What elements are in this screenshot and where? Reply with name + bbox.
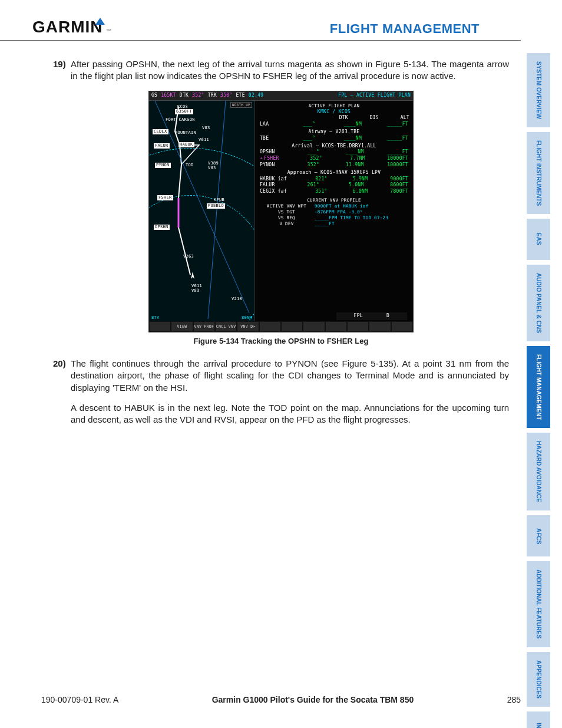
flight-plan-subheader: Arrival – KCOS-TBE.DBRY1.ALL (259, 143, 409, 150)
softkey[interactable] (281, 321, 303, 332)
vnv-row: VS REQ_____FPM TIME TO TOD 07:23 (259, 215, 409, 221)
tab-flight-management[interactable]: FLIGHT MANAGEMENT (527, 346, 550, 429)
tab-additional-features[interactable]: ADDITIONAL FEATURES (527, 561, 550, 647)
tab-index[interactable]: INDEX (527, 711, 550, 728)
footer-docid: 190-00709-01 Rev. A (41, 695, 118, 704)
vnv-rows: ACTIVE VNV WPT9000FT at HABUK iafVS TGT-… (259, 203, 409, 228)
flight-plan-panel: ACTIVE FLIGHT PLAN KMKC / KCOS DTK DIS A… (255, 101, 413, 322)
gs-label: GS (151, 93, 157, 99)
softkey[interactable] (325, 321, 347, 332)
svg-marker-2 (191, 272, 194, 279)
softkey[interactable] (149, 321, 171, 332)
svg-line-1 (155, 101, 249, 313)
map-label: MOUNTAIN (175, 130, 196, 136)
softkey-vnv-d[interactable]: VNV D> (237, 321, 259, 332)
vnv-row: ACTIVE VNV WPT9000FT at HABUK iaf (259, 203, 409, 209)
status-strip: FPL D (336, 312, 407, 320)
mfd-map: NORTH UP 87V (149, 101, 255, 322)
tab-flight-instruments[interactable]: FLIGHT INSTRUMENTS (527, 132, 550, 214)
map-label: PUEBLO (207, 203, 225, 209)
status-fpl: FPL (354, 313, 363, 319)
col-alt: ALT (385, 115, 409, 121)
map-label: TOD (186, 163, 194, 168)
ete-label: ETE (236, 93, 244, 99)
vnv-title: CURRENT VNV PROFILE (259, 197, 409, 203)
tab-eas[interactable]: EAS (527, 219, 550, 260)
mfd-softkeys: VIEW VNV PROF CNCL VNV VNV D> (149, 321, 413, 332)
box-title: ACTIVE FLIGHT PLAN (259, 103, 409, 109)
softkey[interactable] (369, 321, 391, 332)
status-d: D (386, 313, 389, 319)
active-flight-plan-box: ACTIVE FLIGHT PLAN KMKC / KCOS DTK DIS A… (259, 103, 409, 195)
map-label: OPSHN (154, 225, 170, 230)
step-20: 20) The flight continues through the arr… (53, 358, 509, 394)
flight-plan-subheader: Approach – KCOS-RNAV 35RGPS LPV (259, 170, 409, 176)
map-label: 6350FT (175, 109, 193, 114)
col-dis: DIS (354, 115, 379, 121)
mfd-screenshot: GS 165KT DTK 352° TRK 350° ETE 02:49 FPL… (148, 91, 414, 332)
flight-plan-row: LAA___°____NM_____FT (259, 121, 409, 128)
map-label: HABUK (178, 142, 194, 147)
tab-system-overview[interactable]: SYSTEM OVERVIEW (527, 53, 550, 127)
garmin-logo: GARMIN ™ (32, 18, 112, 37)
flight-plan-row: ➔FSHER352°7.7NM10000FT (259, 156, 409, 162)
section-tabs: SYSTEM OVERVIEW FLIGHT INSTRUMENTS EAS A… (527, 53, 550, 728)
map-label: V611 (199, 137, 209, 143)
flight-plan-row: TBE___°____NM_____FT (259, 136, 409, 142)
logo-triangle-icon (95, 18, 105, 25)
softkey-cncl-vnv[interactable]: CNCL VNV (215, 321, 237, 332)
column-headers: DTK DIS ALT (259, 115, 409, 121)
flight-plan-row: HABUK iaf021°5.9NM9000FT (259, 176, 409, 183)
map-label: V83 (208, 166, 216, 171)
map-label: PYNON (155, 163, 171, 168)
tab-hazard-avoidance[interactable]: HAZARD AVOIDANCE (527, 433, 550, 510)
flight-plan-row: CEGIX faf351°6.0NM7800FT (259, 189, 409, 195)
softkey[interactable] (303, 321, 325, 332)
step-text: The flight continues through the arrival… (71, 358, 509, 394)
map-label: V263 (183, 254, 194, 259)
map-label: FORT CARSON (166, 117, 195, 123)
page-content: 19) After passing OPSHN, the next leg of… (0, 41, 562, 437)
aircraft-icon (187, 272, 198, 282)
logo-trademark: ™ (106, 28, 112, 34)
logo-text: GARMIN (32, 18, 103, 37)
figure-5-134: GS 165KT DTK 352° TRK 350° ETE 02:49 FPL… (53, 91, 509, 347)
trk-value: 350° (220, 93, 232, 99)
vnv-profile-box: CURRENT VNV PROFILE ACTIVE VNV WPT9000FT… (259, 197, 409, 228)
page-header: GARMIN ™ FLIGHT MANAGEMENT (0, 0, 521, 41)
softkey-view[interactable]: VIEW (171, 321, 193, 332)
step-number: 19) (53, 58, 71, 83)
map-label: CEDLX (153, 129, 168, 134)
trk-label: TRK (208, 93, 217, 99)
flight-plan-rows: LAA___°____NM_____FTAirway – V263.TBETBE… (259, 121, 409, 195)
map-label: V83 (202, 126, 210, 131)
map-scale-label: 80NM (242, 315, 252, 321)
dtk-label: DTK (180, 93, 189, 99)
col-dtk: DTK (323, 115, 348, 121)
tab-audio-panel-cns[interactable]: AUDIO PANEL & CNS (527, 265, 550, 341)
softkey[interactable] (259, 321, 281, 332)
map-label: V210 (232, 297, 242, 302)
softkey[interactable] (391, 321, 413, 332)
map-label: KPUB (214, 197, 224, 203)
map-cdi-label: 87V (151, 315, 160, 321)
section-title: FLIGHT MANAGEMENT (330, 21, 480, 37)
gs-value: 165KT (161, 93, 176, 99)
flight-plan-row: PYNON352°11.9NM10000FT (259, 162, 409, 169)
flight-plan-row: FALUR261°5.0NM8600FT (259, 182, 409, 189)
map-label: V83 (191, 288, 200, 294)
step-text: After passing OPSHN, the next leg of the… (71, 58, 509, 83)
dtk-value: 352° (192, 93, 204, 99)
route-id: KMKC / KCOS (259, 109, 409, 116)
vnv-row: V DEV_____FT (259, 221, 409, 227)
softkey[interactable] (347, 321, 369, 332)
mfd-body: NORTH UP 87V (149, 101, 413, 322)
footer-page: 285 (507, 695, 521, 704)
svg-line-0 (208, 101, 226, 319)
flight-plan-row: OPSHN___°____NM_____FT (259, 149, 409, 156)
tab-afcs[interactable]: AFCS (527, 515, 550, 556)
softkey-vnv-prof[interactable]: VNV PROF (193, 321, 215, 332)
ete-value: 02:49 (249, 93, 264, 99)
step-20-extra: A descent to HABUK is in the next leg. N… (71, 402, 509, 426)
page-footer: 190-00709-01 Rev. A Garmin G1000 Pilot's… (0, 695, 562, 704)
